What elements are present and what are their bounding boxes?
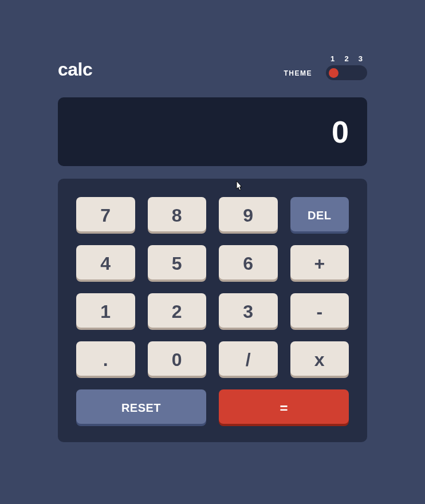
keypad: 7 8 9 DEL 4 5 6 + 1 2 3 - . 0 / x RESET … <box>58 179 367 442</box>
key-equals[interactable]: = <box>219 389 349 424</box>
theme-label: THEME <box>284 69 313 77</box>
display-value: 0 <box>332 114 349 149</box>
key-reset[interactable]: RESET <box>76 389 206 424</box>
key-5[interactable]: 5 <box>148 245 207 279</box>
key-delete[interactable]: DEL <box>290 197 349 231</box>
app-title: calc <box>58 59 92 80</box>
key-3[interactable]: 3 <box>219 293 278 328</box>
key-divide[interactable]: / <box>219 341 278 376</box>
theme-option-1[interactable]: 1 <box>330 54 335 63</box>
header: calc THEME 1 2 3 <box>58 54 367 80</box>
theme-toggle-track[interactable] <box>326 65 367 80</box>
key-minus[interactable]: - <box>290 293 349 328</box>
theme-option-3[interactable]: 3 <box>359 54 363 63</box>
key-9[interactable]: 9 <box>219 197 278 231</box>
theme-toggle-group: 1 2 3 <box>326 54 367 80</box>
display: 0 <box>58 97 367 166</box>
theme-switcher: THEME 1 2 3 <box>284 54 368 80</box>
theme-toggle-numbers: 1 2 3 <box>326 54 367 63</box>
theme-option-2[interactable]: 2 <box>344 54 348 63</box>
key-4[interactable]: 4 <box>76 245 135 279</box>
key-8[interactable]: 8 <box>148 197 207 231</box>
key-7[interactable]: 7 <box>76 197 135 231</box>
key-multiply[interactable]: x <box>290 341 349 376</box>
theme-toggle-knob[interactable] <box>329 68 339 78</box>
key-6[interactable]: 6 <box>219 245 278 279</box>
key-plus[interactable]: + <box>290 245 349 279</box>
key-1[interactable]: 1 <box>76 293 135 328</box>
key-2[interactable]: 2 <box>148 293 207 328</box>
calculator-app: calc THEME 1 2 3 0 7 8 9 DEL 4 5 6 + <box>58 54 367 442</box>
key-0[interactable]: 0 <box>148 341 207 376</box>
key-decimal[interactable]: . <box>76 341 135 376</box>
